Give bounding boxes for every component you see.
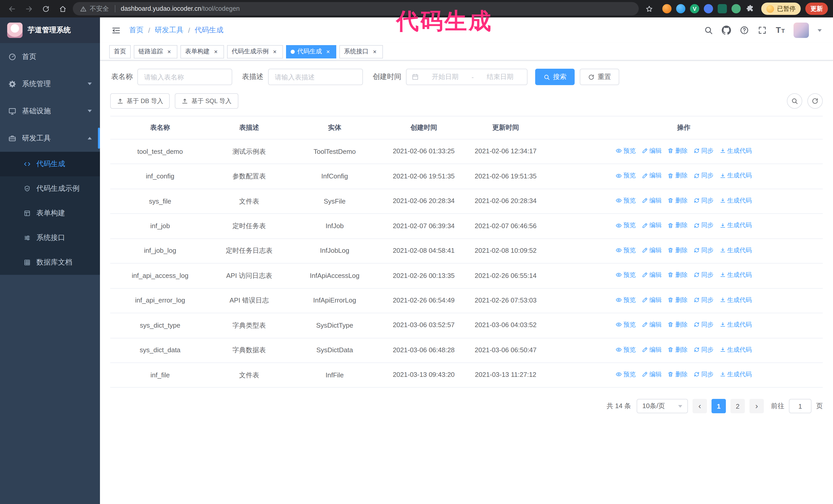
page-button-1[interactable]: 1 bbox=[712, 399, 726, 413]
tag-form-builder[interactable]: 表单构建 bbox=[181, 45, 224, 58]
breadcrumb-dev-tools[interactable]: 研发工具 bbox=[155, 26, 184, 35]
edit-link[interactable]: 编辑 bbox=[642, 270, 662, 280]
generate-code-link[interactable]: 生成代码 bbox=[719, 295, 752, 305]
edit-link[interactable]: 编辑 bbox=[642, 246, 662, 255]
import-sql-button[interactable]: 基于 SQL 导入 bbox=[175, 93, 238, 109]
sync-link[interactable]: 同步 bbox=[694, 196, 714, 205]
preview-link[interactable]: 预览 bbox=[616, 295, 636, 305]
sync-link[interactable]: 同步 bbox=[694, 246, 714, 255]
sync-link[interactable]: 同步 bbox=[694, 270, 714, 280]
preview-link[interactable]: 预览 bbox=[616, 345, 636, 354]
user-avatar[interactable] bbox=[793, 23, 809, 38]
sync-link[interactable]: 同步 bbox=[694, 370, 714, 379]
preview-link[interactable]: 预览 bbox=[616, 246, 636, 255]
preview-link[interactable]: 预览 bbox=[616, 171, 636, 181]
preview-link[interactable]: 预览 bbox=[616, 221, 636, 230]
preview-link[interactable]: 预览 bbox=[616, 146, 636, 155]
sync-link[interactable]: 同步 bbox=[694, 295, 714, 305]
breadcrumb-home[interactable]: 首页 bbox=[129, 26, 144, 35]
preview-link[interactable]: 预览 bbox=[616, 370, 636, 379]
generate-code-link[interactable]: 生成代码 bbox=[719, 246, 752, 255]
bookmark-star-button[interactable] bbox=[642, 2, 656, 16]
sync-link[interactable]: 同步 bbox=[694, 320, 714, 330]
sidebar-item-home[interactable]: 首页 bbox=[0, 43, 100, 70]
generate-code-link[interactable]: 生成代码 bbox=[719, 221, 752, 230]
generate-code-link[interactable]: 生成代码 bbox=[719, 270, 752, 280]
help-button[interactable] bbox=[740, 26, 749, 35]
tag-codegen[interactable]: 代码生成 bbox=[286, 45, 336, 58]
close-icon[interactable] bbox=[325, 48, 332, 55]
close-icon[interactable] bbox=[271, 48, 278, 55]
delete-link[interactable]: 删除 bbox=[668, 221, 688, 230]
sync-link[interactable]: 同步 bbox=[694, 171, 714, 181]
page-button-2[interactable]: 2 bbox=[731, 399, 745, 413]
sidebar-item-codegen-example[interactable]: 代码生成示例 bbox=[0, 176, 100, 201]
close-icon[interactable] bbox=[371, 48, 378, 55]
extensions-menu-button[interactable] bbox=[745, 4, 755, 13]
edit-link[interactable]: 编辑 bbox=[642, 171, 662, 181]
extension-icon-4[interactable] bbox=[704, 4, 713, 13]
generate-code-link[interactable]: 生成代码 bbox=[719, 171, 752, 181]
browser-reload-button[interactable] bbox=[39, 2, 52, 16]
tag-home[interactable]: 首页 bbox=[109, 45, 131, 58]
extension-icon-3[interactable] bbox=[690, 4, 699, 13]
sync-link[interactable]: 同步 bbox=[694, 345, 714, 354]
import-db-button[interactable]: 基于 DB 导入 bbox=[110, 93, 170, 109]
preview-link[interactable]: 预览 bbox=[616, 320, 636, 330]
edit-link[interactable]: 编辑 bbox=[642, 146, 662, 155]
edit-link[interactable]: 编辑 bbox=[642, 320, 662, 330]
edit-link[interactable]: 编辑 bbox=[642, 295, 662, 305]
close-icon[interactable] bbox=[212, 48, 219, 55]
generate-code-link[interactable]: 生成代码 bbox=[719, 146, 752, 155]
delete-link[interactable]: 删除 bbox=[668, 295, 688, 305]
delete-link[interactable]: 删除 bbox=[668, 370, 688, 379]
next-page-button[interactable] bbox=[749, 399, 764, 413]
sync-link[interactable]: 同步 bbox=[694, 221, 714, 230]
sidebar-toggle-button[interactable] bbox=[111, 25, 121, 35]
extension-icon-5[interactable] bbox=[718, 4, 727, 13]
delete-link[interactable]: 删除 bbox=[668, 320, 688, 330]
refresh-table-button[interactable] bbox=[807, 93, 823, 109]
table-name-input[interactable] bbox=[137, 69, 232, 85]
paused-badge[interactable]: 已暂停 bbox=[761, 3, 801, 15]
caret-down-icon[interactable] bbox=[818, 29, 822, 31]
generate-code-link[interactable]: 生成代码 bbox=[719, 345, 752, 354]
tag-tracing[interactable]: 链路追踪 bbox=[134, 45, 177, 58]
sidebar-item-dev-tools[interactable]: 研发工具 bbox=[0, 125, 100, 152]
browser-home-button[interactable] bbox=[56, 2, 69, 16]
prev-page-button[interactable] bbox=[693, 399, 707, 413]
date-range-picker[interactable]: 开始日期 - 结束日期 bbox=[406, 69, 527, 85]
reset-button[interactable]: 重置 bbox=[580, 69, 619, 85]
delete-link[interactable]: 删除 bbox=[668, 196, 688, 205]
delete-link[interactable]: 删除 bbox=[668, 146, 688, 155]
delete-link[interactable]: 删除 bbox=[668, 171, 688, 181]
edit-link[interactable]: 编辑 bbox=[642, 370, 662, 379]
github-link[interactable] bbox=[722, 26, 731, 35]
tag-codegen-example[interactable]: 代码生成示例 bbox=[227, 45, 283, 58]
preview-link[interactable]: 预览 bbox=[616, 270, 636, 280]
delete-link[interactable]: 删除 bbox=[668, 246, 688, 255]
page-size-select[interactable]: 10条/页 bbox=[637, 399, 688, 413]
edit-link[interactable]: 编辑 bbox=[642, 196, 662, 205]
sidebar-item-codegen[interactable]: 代码生成 bbox=[0, 152, 100, 176]
address-bar[interactable]: 不安全 dashboard.yudao.iocoder.cn/tool/code… bbox=[73, 2, 639, 16]
sidebar-item-form-builder[interactable]: 表单构建 bbox=[0, 201, 100, 225]
tag-system-api[interactable]: 系统接口 bbox=[339, 45, 383, 58]
delete-link[interactable]: 删除 bbox=[668, 345, 688, 354]
toggle-search-button[interactable] bbox=[787, 93, 802, 109]
extension-icon-1[interactable] bbox=[662, 4, 671, 13]
edit-link[interactable]: 编辑 bbox=[642, 345, 662, 354]
extension-icon-6[interactable] bbox=[732, 4, 741, 13]
search-button[interactable]: 搜索 bbox=[535, 69, 575, 85]
header-search-button[interactable] bbox=[704, 26, 713, 35]
generate-code-link[interactable]: 生成代码 bbox=[719, 370, 752, 379]
browser-back-button[interactable] bbox=[5, 2, 19, 16]
font-size-button[interactable] bbox=[776, 26, 785, 35]
generate-code-link[interactable]: 生成代码 bbox=[719, 320, 752, 330]
sidebar-item-system-admin[interactable]: 系统管理 bbox=[0, 70, 100, 97]
preview-link[interactable]: 预览 bbox=[616, 196, 636, 205]
sync-link[interactable]: 同步 bbox=[694, 146, 714, 155]
app-logo[interactable]: 芋道管理系统 bbox=[0, 18, 100, 43]
extension-icon-2[interactable] bbox=[676, 4, 685, 13]
generate-code-link[interactable]: 生成代码 bbox=[719, 196, 752, 205]
